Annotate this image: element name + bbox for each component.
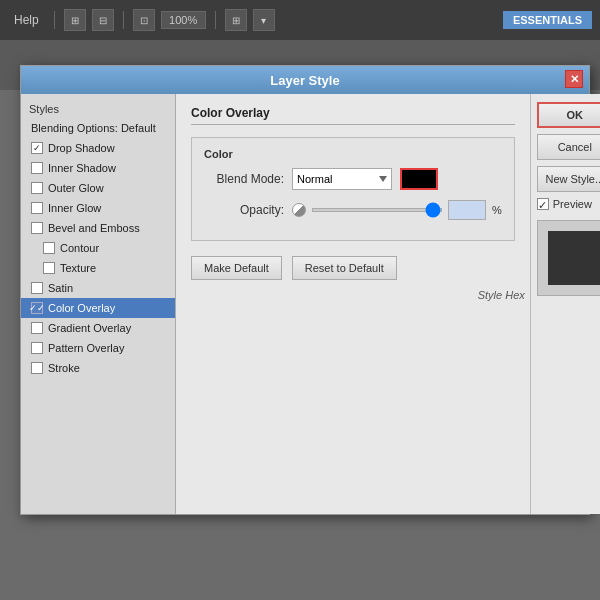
label-satin: Satin	[48, 282, 73, 294]
color-section-label: Color	[204, 148, 502, 160]
toolbar-btn-2[interactable]: ⊟	[92, 9, 114, 31]
sidebar-item-pattern-overlay[interactable]: Pattern Overlay	[21, 338, 175, 358]
label-stroke: Stroke	[48, 362, 80, 374]
preview-row: ✓ Preview	[537, 198, 600, 210]
label-bevel-emboss: Bevel and Emboss	[48, 222, 140, 234]
sidebar-item-inner-glow[interactable]: Inner Glow	[21, 198, 175, 218]
sidebar-item-satin[interactable]: Satin	[21, 278, 175, 298]
sidebar-item-bevel-emboss[interactable]: Bevel and Emboss	[21, 218, 175, 238]
opacity-input[interactable]: 100	[448, 200, 486, 220]
close-button[interactable]: ✕	[565, 70, 583, 88]
reset-default-button[interactable]: Reset to Default	[292, 256, 397, 280]
content-panel: Color Overlay Color Blend Mode: Normal D…	[176, 94, 530, 514]
zoom-input[interactable]	[161, 11, 206, 29]
sidebar-item-outer-glow[interactable]: Outer Glow	[21, 178, 175, 198]
label-contour: Contour	[60, 242, 99, 254]
new-style-button[interactable]: New Style...	[537, 166, 600, 192]
separator-3	[215, 11, 216, 29]
checkbox-bevel-emboss[interactable]	[31, 222, 43, 234]
label-texture: Texture	[60, 262, 96, 274]
right-sidebar: OK Cancel New Style... ✓ Preview	[530, 94, 600, 514]
toolbar-btn-3[interactable]: ⊡	[133, 9, 155, 31]
top-bar: Help ⊞ ⊟ ⊡ ⊞ ▾ ESSENTIALS	[0, 0, 600, 40]
styles-panel: Styles Blending Options: Default✓Drop Sh…	[21, 94, 176, 514]
checkbox-gradient-overlay[interactable]	[31, 322, 43, 334]
preview-label-text: Preview	[553, 198, 592, 210]
checkbox-inner-glow[interactable]	[31, 202, 43, 214]
opacity-icon	[292, 203, 306, 217]
sidebar-item-contour[interactable]: Contour	[21, 238, 175, 258]
label-outer-glow: Outer Glow	[48, 182, 104, 194]
blend-mode-row: Blend Mode: Normal Dissolve Multiply Scr…	[204, 168, 502, 190]
checkbox-pattern-overlay[interactable]	[31, 342, 43, 354]
dialog-title: Layer Style	[270, 73, 339, 88]
preview-checkbox[interactable]: ✓	[537, 198, 549, 210]
layer-style-dialog: Layer Style ✕ Styles Blending Options: D…	[20, 65, 590, 515]
percent-label: %	[492, 204, 502, 216]
sidebar-item-blending[interactable]: Blending Options: Default	[21, 118, 175, 138]
label-drop-shadow: Drop Shadow	[48, 142, 115, 154]
toolbar-btn-4[interactable]: ⊞	[225, 9, 247, 31]
opacity-slider-container: 100 %	[292, 200, 502, 220]
label-blending: Blending Options: Default	[31, 122, 156, 134]
label-gradient-overlay: Gradient Overlay	[48, 322, 131, 334]
cancel-button[interactable]: Cancel	[537, 134, 600, 160]
label-inner-shadow: Inner Shadow	[48, 162, 116, 174]
buttons-row: Make Default Reset to Default	[191, 256, 515, 280]
sidebar-item-inner-shadow[interactable]: Inner Shadow	[21, 158, 175, 178]
checkbox-stroke[interactable]	[31, 362, 43, 374]
modal-overlay: Layer Style ✕ Styles Blending Options: D…	[10, 65, 600, 600]
opacity-row: Opacity: 100 %	[204, 200, 502, 220]
checkbox-inner-shadow[interactable]	[31, 162, 43, 174]
blend-mode-select[interactable]: Normal Dissolve Multiply Screen Overlay	[292, 168, 392, 190]
checkbox-texture[interactable]	[43, 262, 55, 274]
toolbar-btn-5[interactable]: ▾	[253, 9, 275, 31]
sidebar-item-drop-shadow[interactable]: ✓Drop Shadow	[21, 138, 175, 158]
blend-mode-label: Blend Mode:	[204, 172, 284, 186]
style-hex-label: Style Hex	[478, 289, 525, 301]
opacity-label: Opacity:	[204, 203, 284, 217]
toolbar-btn-1[interactable]: ⊞	[64, 9, 86, 31]
essentials-button[interactable]: ESSENTIALS	[503, 11, 592, 29]
separator-2	[123, 11, 124, 29]
color-swatch[interactable]	[400, 168, 438, 190]
help-menu[interactable]: Help	[8, 11, 45, 29]
styles-panel-title: Styles	[21, 100, 175, 118]
sidebar-item-color-overlay[interactable]: ✓Color Overlay	[21, 298, 175, 318]
label-color-overlay: Color Overlay	[48, 302, 115, 314]
checkbox-satin[interactable]	[31, 282, 43, 294]
checkbox-drop-shadow[interactable]: ✓	[31, 142, 43, 154]
section-title: Color Overlay	[191, 106, 515, 125]
ok-button[interactable]: OK	[537, 102, 600, 128]
make-default-button[interactable]: Make Default	[191, 256, 282, 280]
checkbox-outer-glow[interactable]	[31, 182, 43, 194]
preview-box	[537, 220, 600, 296]
dialog-body: Styles Blending Options: Default✓Drop Sh…	[21, 94, 589, 514]
sidebar-item-stroke[interactable]: Stroke	[21, 358, 175, 378]
separator-1	[54, 11, 55, 29]
dialog-title-bar: Layer Style ✕	[21, 66, 589, 94]
sidebar-item-texture[interactable]: Texture	[21, 258, 175, 278]
label-pattern-overlay: Pattern Overlay	[48, 342, 124, 354]
sidebar-item-gradient-overlay[interactable]: Gradient Overlay	[21, 318, 175, 338]
label-inner-glow: Inner Glow	[48, 202, 101, 214]
opacity-slider[interactable]	[312, 208, 442, 212]
styles-list: Blending Options: Default✓Drop ShadowInn…	[21, 118, 175, 378]
checkbox-contour[interactable]	[43, 242, 55, 254]
checkbox-color-overlay[interactable]: ✓	[31, 302, 43, 314]
preview-inner	[548, 231, 600, 285]
